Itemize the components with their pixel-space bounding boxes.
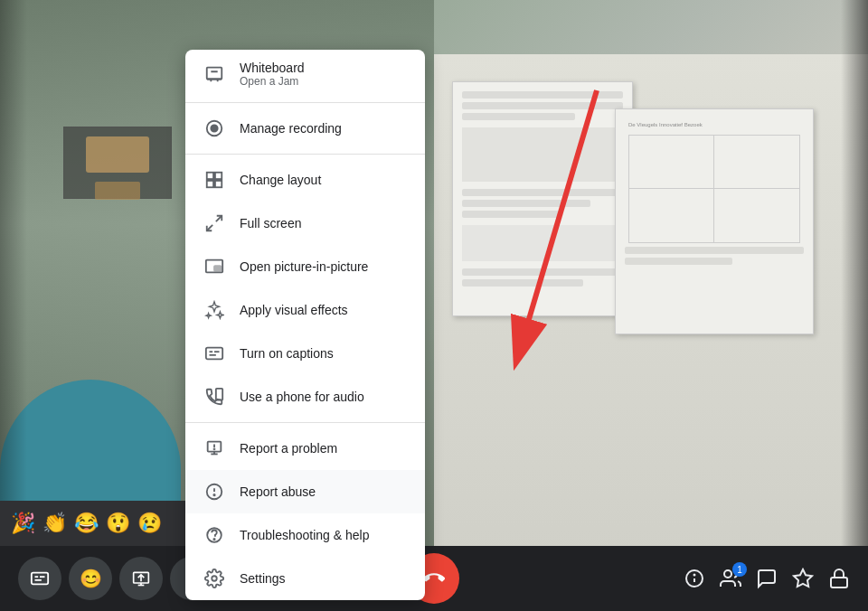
context-menu: Whiteboard Open a Jam Manage recording bbox=[185, 50, 425, 600]
svg-marker-44 bbox=[794, 569, 812, 587]
report-abuse-text: Report abuse bbox=[240, 484, 316, 499]
whiteboard-label: Whiteboard bbox=[240, 61, 305, 75]
menu-item-phone-audio[interactable]: Use a phone for audio bbox=[185, 375, 425, 418]
people-icon[interactable]: 1 bbox=[720, 568, 741, 589]
report-problem-label: Report a problem bbox=[240, 441, 337, 456]
menu-item-full-screen[interactable]: Full screen bbox=[185, 202, 425, 245]
pip-label: Open picture-in-picture bbox=[240, 259, 368, 274]
svg-rect-10 bbox=[215, 173, 222, 179]
troubleshoot-text: Troubleshooting & help bbox=[240, 528, 369, 542]
toolbar-right: 1 bbox=[684, 568, 850, 589]
svg-rect-11 bbox=[207, 181, 213, 187]
settings-label: Settings bbox=[240, 571, 286, 586]
chat-icon[interactable] bbox=[756, 568, 778, 589]
svg-rect-16 bbox=[214, 266, 221, 271]
report-abuse-label: Report abuse bbox=[240, 484, 316, 499]
divider-1 bbox=[185, 102, 425, 103]
fullscreen-text: Full screen bbox=[240, 216, 301, 230]
video-area: De Vleugels Innovatief Bezoek bbox=[0, 0, 868, 560]
menu-item-pip[interactable]: Open picture-in-picture bbox=[185, 245, 425, 288]
whiteboard-sublabel: Open a Jam bbox=[240, 75, 305, 88]
paper-sheet-1 bbox=[452, 81, 633, 316]
captions-button[interactable] bbox=[18, 557, 61, 600]
present-button[interactable] bbox=[119, 557, 163, 600]
side-overlay bbox=[841, 0, 868, 560]
svg-line-13 bbox=[216, 216, 222, 221]
settings-icon bbox=[203, 568, 225, 589]
menu-item-settings[interactable]: Settings bbox=[185, 557, 425, 600]
svg-point-8 bbox=[211, 125, 217, 131]
svg-rect-32 bbox=[32, 573, 48, 585]
report-abuse-icon bbox=[203, 481, 225, 503]
menu-item-change-layout[interactable]: Change layout bbox=[185, 158, 425, 202]
layout-text: Change layout bbox=[240, 173, 321, 187]
troubleshoot-icon bbox=[203, 524, 225, 546]
effects-icon bbox=[203, 299, 225, 321]
svg-point-30 bbox=[213, 539, 214, 540]
pip-icon bbox=[203, 256, 225, 277]
emoji-laugh[interactable]: 😂 bbox=[74, 512, 99, 535]
svg-point-31 bbox=[212, 576, 217, 581]
svg-rect-17 bbox=[206, 348, 222, 360]
whiteboard-text: Whiteboard Open a Jam bbox=[240, 61, 305, 88]
emoji-surprised[interactable]: 😲 bbox=[106, 512, 130, 535]
svg-rect-2 bbox=[207, 68, 222, 80]
svg-rect-45 bbox=[831, 578, 847, 588]
svg-rect-21 bbox=[216, 389, 222, 400]
recording-label: Manage recording bbox=[240, 121, 342, 136]
phone-text: Use a phone for audio bbox=[240, 390, 364, 404]
room-shelf bbox=[63, 127, 172, 199]
divider-3 bbox=[185, 422, 425, 423]
troubleshoot-label: Troubleshooting & help bbox=[240, 528, 369, 542]
settings-text: Settings bbox=[240, 571, 286, 586]
side-overlay-left bbox=[0, 0, 27, 560]
divider-2 bbox=[185, 154, 425, 155]
captions-text: Turn on captions bbox=[240, 346, 334, 361]
effects-label: Apply visual effects bbox=[240, 303, 348, 317]
menu-item-troubleshooting[interactable]: Troubleshooting & help bbox=[185, 513, 425, 557]
emoji-sad[interactable]: 😢 bbox=[137, 512, 162, 535]
info-icon[interactable] bbox=[684, 568, 705, 589]
emoji-party[interactable]: 🎉 bbox=[11, 512, 35, 535]
recording-text: Manage recording bbox=[240, 121, 342, 136]
svg-point-26 bbox=[214, 448, 215, 449]
menu-item-visual-effects[interactable]: Apply visual effects bbox=[185, 288, 425, 332]
report-problem-icon bbox=[203, 437, 225, 459]
captions-label: Turn on captions bbox=[240, 346, 334, 361]
menu-item-manage-recording[interactable]: Manage recording bbox=[185, 107, 425, 150]
fullscreen-label: Full screen bbox=[240, 216, 301, 230]
menu-item-report-abuse[interactable]: Report abuse bbox=[185, 470, 425, 513]
svg-point-43 bbox=[724, 570, 731, 578]
lock-icon[interactable] bbox=[828, 568, 850, 589]
whiteboard-icon bbox=[203, 63, 225, 85]
record-icon bbox=[203, 118, 225, 139]
effects-text: Apply visual effects bbox=[240, 303, 348, 317]
menu-item-report-problem[interactable]: Report a problem bbox=[185, 427, 425, 470]
paper-sheet-2: De Vleugels Innovatief Bezoek bbox=[615, 108, 814, 334]
reactions-button[interactable]: 😊 bbox=[69, 557, 112, 600]
phone-icon bbox=[203, 386, 225, 408]
emoji-clap[interactable]: 👏 bbox=[42, 512, 67, 535]
emoji-bar: 🎉 👏 😂 😲 😢 bbox=[0, 501, 199, 546]
paper-area: De Vleugels Innovatief Bezoek bbox=[434, 54, 868, 560]
layout-icon bbox=[203, 169, 225, 191]
people-badge: 1 bbox=[732, 562, 747, 577]
svg-rect-12 bbox=[215, 181, 222, 187]
layout-label: Change layout bbox=[240, 173, 321, 187]
pip-text: Open picture-in-picture bbox=[240, 259, 368, 274]
toolbar: 😊 ✋ ⋮ bbox=[0, 546, 868, 611]
menu-item-whiteboard[interactable]: Whiteboard Open a Jam bbox=[185, 50, 425, 99]
svg-rect-9 bbox=[207, 173, 213, 179]
activities-icon[interactable] bbox=[792, 568, 814, 589]
phone-label: Use a phone for audio bbox=[240, 390, 364, 404]
svg-point-29 bbox=[213, 494, 214, 495]
menu-item-captions[interactable]: Turn on captions bbox=[185, 332, 425, 375]
svg-line-14 bbox=[207, 225, 212, 230]
fullscreen-icon bbox=[203, 212, 225, 234]
captions-icon bbox=[203, 343, 225, 364]
report-problem-text: Report a problem bbox=[240, 441, 337, 456]
